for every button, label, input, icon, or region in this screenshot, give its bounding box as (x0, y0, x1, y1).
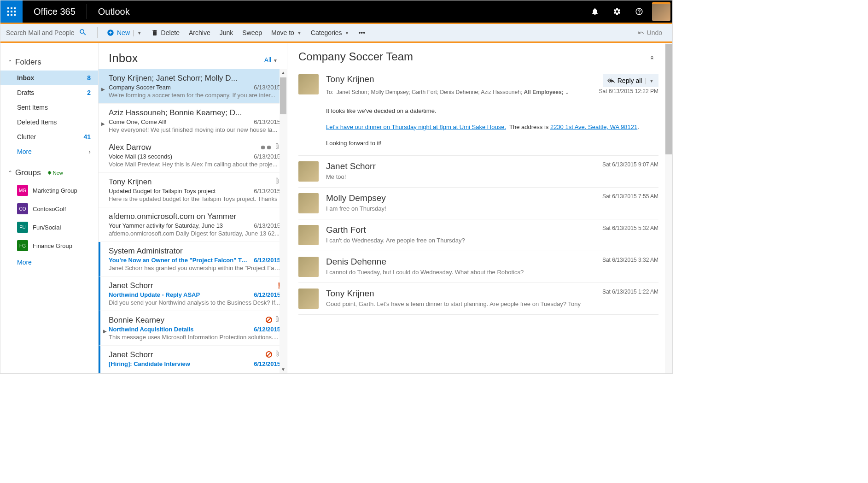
archive-button[interactable]: Archive (184, 26, 215, 39)
new-badge: New (47, 170, 63, 176)
dinner-link[interactable]: Let's have our dinner on Thursday night … (326, 124, 506, 130)
settings-button[interactable] (606, 0, 628, 23)
plus-circle-icon (107, 29, 114, 36)
message-item[interactable]: System Administrator You're Now an Owner… (99, 242, 287, 277)
trash-icon (151, 29, 158, 36)
reading-scrollbar-thumb[interactable] (665, 44, 672, 154)
message-date: 6/13/2015 (254, 222, 280, 229)
notifications-button[interactable] (584, 0, 606, 23)
message-subject: [Hiring]: Candidate Interview (109, 360, 250, 367)
message-from: Tony Krijnen; Janet Schorr; Molly D... (109, 74, 280, 83)
sidebar-item-clutter[interactable]: Clutter41 (0, 130, 98, 144)
group-label: Marketing Group (33, 187, 77, 194)
sidebar-item-sent-items[interactable]: Sent Items (0, 100, 98, 115)
sender-name: Tony Krijnen (326, 74, 374, 84)
conversation-message[interactable]: Tony Krijnen Reply all | ▼ (298, 67, 658, 156)
chevron-down-icon[interactable]: ▼ (137, 30, 142, 35)
group-item-fun/social[interactable]: FUFun/Social (0, 218, 98, 236)
move-to-button[interactable]: Move to ▼ (267, 26, 306, 39)
message-date: 6/13/2015 (254, 118, 280, 125)
chevron-up-icon: ⌃ (8, 170, 12, 176)
message-item[interactable]: ▶ Bonnie Kearney Northwind Acquisition D… (99, 311, 287, 346)
list-filter[interactable]: All ▼ (264, 56, 278, 64)
folder-label: Inbox (17, 74, 34, 82)
conversation-message[interactable]: Garth Fort Sat 6/13/2015 5:32 AM I can't… (298, 219, 658, 251)
search-input[interactable] (6, 29, 75, 36)
expand-conversation-icon[interactable]: ▶ (101, 87, 105, 92)
reading-scrollbar-track[interactable] (665, 43, 672, 373)
more-actions-button[interactable]: ••• (354, 26, 370, 39)
message-date: Sat 6/13/2015 7:55 AM (602, 193, 658, 200)
message-item[interactable]: Tony Krijnen Updated Budget for Tailspin… (99, 173, 287, 207)
address-link[interactable]: 2230 1st Ave, Seattle, WA 98121 (550, 124, 637, 130)
svg-rect-0 (7, 7, 9, 9)
delete-button[interactable]: Delete (146, 26, 184, 39)
sidebar-item-inbox[interactable]: Inbox8 (0, 71, 98, 85)
message-item[interactable]: Janet Schorr [Hiring]: Candidate Intervi… (99, 346, 287, 373)
blocked-icon (266, 351, 272, 358)
categories-button[interactable]: Categories ▼ (306, 26, 354, 39)
group-item-marketing-group[interactable]: MGMarketing Group (0, 181, 98, 200)
search-icon[interactable] (79, 28, 87, 38)
scroll-down-arrow[interactable]: ▼ (280, 366, 287, 373)
new-button[interactable]: New | ▼ (102, 26, 146, 39)
message-snippet: I can't do Wednesday. Are people free on… (326, 237, 658, 244)
group-label: ContosoGolf (33, 206, 66, 212)
conversation-message[interactable]: Denis Dehenne Sat 6/13/2015 3:32 AM I ca… (298, 251, 658, 283)
bell-icon (591, 7, 599, 16)
expand-recipients-icon[interactable]: ⌄ (565, 90, 569, 95)
sender-avatar (298, 74, 319, 94)
folders-heading[interactable]: ⌃ Folders (0, 54, 98, 71)
blocked-icon (266, 317, 272, 323)
sender-name: Denis Dehenne (326, 257, 386, 267)
conversation-message[interactable]: Molly Dempsey Sat 6/13/2015 7:55 AM I am… (298, 188, 658, 219)
group-item-finance-group[interactable]: FGFinance Group (0, 236, 98, 255)
conversation-message[interactable]: Tony Krijnen Sat 6/13/2015 1:22 AM Good … (298, 283, 658, 315)
folder-count: 41 (83, 133, 91, 141)
message-item[interactable]: ▶ Aziz Hassouneh; Bonnie Kearney; D... C… (99, 104, 287, 138)
scrollbar-track[interactable]: ▲ ▼ (280, 69, 287, 373)
folders-more[interactable]: More › (0, 144, 98, 159)
waffle-icon (7, 7, 16, 16)
voicemail-icon: ⏺⏺ (260, 144, 272, 151)
groups-heading[interactable]: ⌃ Groups New (0, 165, 98, 181)
sender-name: Janet Schorr (326, 161, 376, 171)
help-button[interactable] (628, 0, 650, 23)
junk-button[interactable]: Junk (215, 26, 238, 39)
undo-button[interactable]: Undo (633, 26, 667, 39)
expand-conversation-icon[interactable]: ▶ (101, 121, 105, 126)
message-date: 6/13/2015 (254, 84, 280, 91)
main: ⌃ Folders Inbox8Drafts2Sent ItemsDeleted… (0, 43, 672, 373)
message-item[interactable]: afdemo.onmicrosoft.com on Yammer Your Ya… (99, 207, 287, 242)
search-box[interactable] (6, 28, 93, 38)
chevron-down-icon: ▼ (297, 30, 302, 35)
message-date: 6/12/2015 (254, 291, 280, 298)
folder-label: Drafts (17, 89, 34, 96)
chevron-down-icon[interactable]: ▼ (649, 78, 654, 83)
message-snippet: Good point, Garth. Let's have a team din… (326, 300, 658, 307)
message-item[interactable]: ▶ Tony Krijnen; Janet Schorr; Molly D...… (99, 69, 287, 104)
message-list: Inbox All ▼ ▶ Tony Krijnen; Janet Schorr… (99, 43, 287, 373)
collapse-button[interactable] (648, 53, 656, 62)
app-launcher[interactable] (0, 0, 23, 23)
user-avatar[interactable] (652, 2, 670, 21)
expand-conversation-icon[interactable]: ▶ (103, 329, 107, 334)
reply-all-button[interactable]: Reply all | ▼ (603, 74, 658, 87)
message-preview: We're forming a soccer team for the comp… (109, 92, 280, 99)
groups-more[interactable]: More (0, 255, 98, 270)
reading-pane: Company Soccer Team Tony Krijnen (287, 43, 672, 373)
message-subject: Updated Budget for Tailspin Toys project (109, 188, 250, 194)
sidebar-item-deleted-items[interactable]: Deleted Items (0, 115, 98, 130)
message-item[interactable]: ! Janet Schorr Northwind Update - Reply … (99, 277, 287, 311)
sweep-button[interactable]: Sweep (238, 26, 267, 39)
scroll-up-arrow[interactable]: ▲ (280, 69, 287, 77)
svg-rect-5 (14, 11, 16, 12)
sidebar-item-drafts[interactable]: Drafts2 (0, 85, 98, 100)
sender-name: Garth Fort (326, 225, 366, 235)
conversation-message[interactable]: Janet Schorr Sat 6/13/2015 9:07 AM Me to… (298, 156, 658, 188)
message-item[interactable]: ⏺⏺ Alex Darrow Voice Mail (13 seconds) 6… (99, 138, 287, 173)
scrollbar-thumb[interactable] (280, 77, 286, 114)
delete-label: Delete (161, 29, 180, 36)
new-label: New (117, 29, 130, 36)
group-item-contosogolf[interactable]: COContosoGolf (0, 200, 98, 218)
